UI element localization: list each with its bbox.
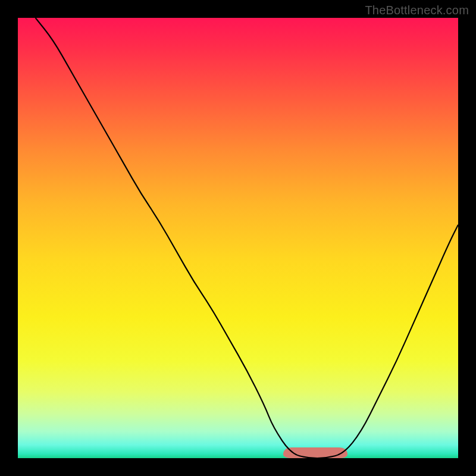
chart-frame: TheBottleneck.com [0,0,476,476]
plot-area [18,18,458,458]
bottleneck-curve-line [36,18,458,458]
attribution-text: TheBottleneck.com [365,4,469,17]
curve-layer [18,18,458,458]
